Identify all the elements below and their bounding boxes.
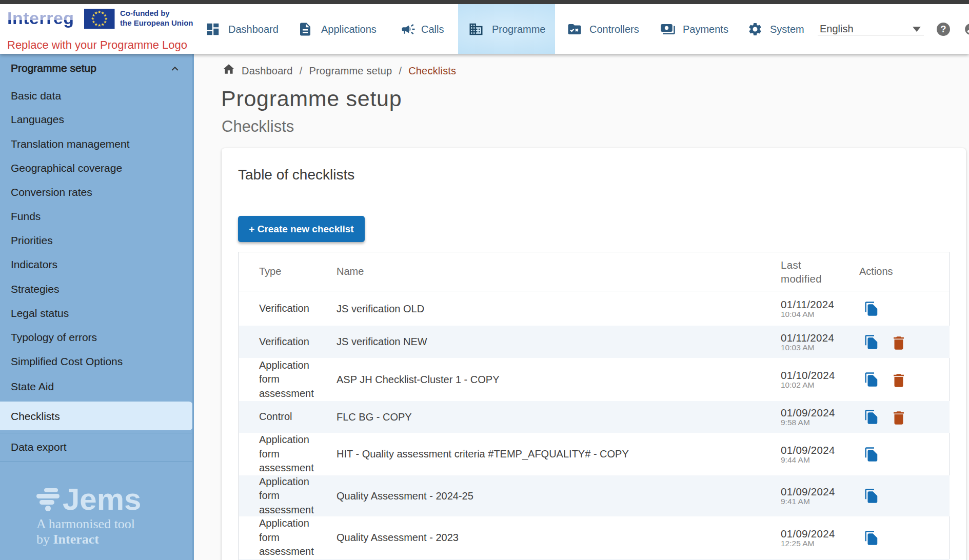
svg-text:A harmonised tool: A harmonised tool	[36, 516, 135, 531]
svg-text:by Interact: by Interact	[36, 532, 99, 547]
svg-text:Jems: Jems	[63, 482, 141, 516]
